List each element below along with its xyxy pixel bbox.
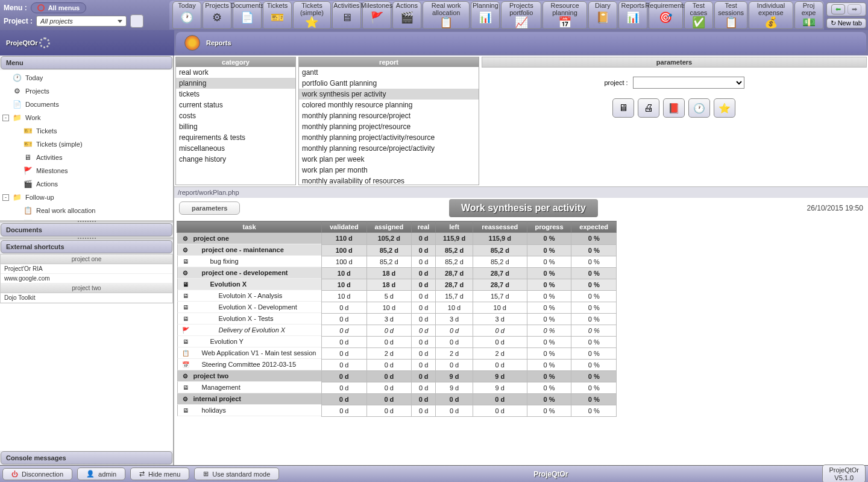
splitter[interactable]	[0, 237, 173, 239]
task-icon: 🚩	[181, 326, 190, 334]
tree-item[interactable]: 🎫Tickets	[0, 124, 173, 138]
tree-icon: 📄	[11, 100, 22, 109]
report-path: /report/workPlan.php	[174, 186, 868, 198]
toolbar-diary[interactable]: Diary📔	[588, 1, 617, 29]
standard-mode-button[interactable]: ⊞Use standard mode	[194, 468, 279, 480]
category-item[interactable]: planning	[176, 78, 295, 89]
toolbar-reports[interactable]: Reports📊	[618, 1, 647, 29]
category-item[interactable]: requirements & tests	[176, 132, 295, 143]
param-project-select[interactable]	[633, 77, 744, 89]
milestones-icon: 🚩	[368, 10, 385, 26]
category-item[interactable]: costs	[176, 110, 295, 121]
category-item[interactable]: current status	[176, 100, 295, 110]
toolbar-activities[interactable]: Activities🖥	[332, 1, 361, 29]
tree-item[interactable]: -📁Work	[0, 111, 173, 124]
footer-app-name: ProjeQtOr	[281, 470, 820, 478]
table-row: ⚙project one110 d105,2 d0 d115,9 d115,9 …	[177, 233, 617, 245]
proj-portfolio-icon: 📈	[513, 17, 530, 28]
new-tab-button[interactable]: ↻ New tab	[826, 18, 866, 28]
category-item[interactable]: billing	[176, 121, 295, 132]
category-item[interactable]: miscellaneous	[176, 143, 295, 154]
toolbar-planning[interactable]: Planning📊	[471, 1, 500, 29]
toolbar-tickets-simple[interactable]: Tickets (simple)⭐	[293, 1, 331, 29]
task-cell: 📋Web Application V1 - Main test session	[177, 347, 322, 359]
toolbar-test-sessions[interactable]: Test sessions📋	[714, 1, 747, 29]
menu-tree[interactable]: 🕐Today⚙Projects📄Documents-📁Work🎫Tickets🎫…	[0, 70, 173, 220]
toolbar-milestones[interactable]: Milestones🚩	[362, 1, 391, 29]
toolbar-today[interactable]: Today🕐	[172, 1, 201, 29]
tree-item[interactable]: -📁Follow-up	[0, 191, 173, 204]
sidebar: Menu 🕐Today⚙Projects📄Documents-📁Work🎫Tic…	[0, 55, 174, 465]
expand-icon[interactable]: -	[2, 194, 9, 201]
report-action-4[interactable]: ⭐	[714, 98, 735, 118]
toolbar-proj-exp[interactable]: Proj expe💵	[794, 1, 823, 29]
expand-icon[interactable]: -	[2, 115, 9, 121]
nav-back-button[interactable]: ⬅	[831, 4, 845, 14]
tree-item[interactable]: 🎫Tickets (simple)	[0, 138, 173, 151]
report-item[interactable]: monthly planning resource/project/activi…	[299, 143, 479, 154]
task-cell: 🖥holidays	[177, 405, 322, 416]
splitter[interactable]	[0, 220, 173, 223]
toolbar-documents[interactable]: Documents📄	[233, 1, 262, 29]
report-item[interactable]: colored monthly resource planning	[299, 100, 479, 110]
tree-icon: 🖥	[22, 153, 33, 162]
report-item[interactable]: portfolio Gantt planning	[299, 78, 479, 89]
task-icon: 🖥	[181, 291, 190, 300]
parameters-tab[interactable]: parameters	[179, 201, 240, 215]
tree-label: Tickets	[36, 127, 57, 135]
toolbar-requirements[interactable]: Requirements🎯	[649, 1, 683, 29]
tree-item[interactable]: 🚩Milestones	[0, 164, 173, 177]
shortcut-link[interactable]: Dojo Toolkit	[1, 293, 172, 303]
report-item[interactable]: work synthesis per activity	[299, 89, 479, 100]
toolbar-actions[interactable]: Actions🎬	[392, 1, 421, 29]
reports-icon	[184, 35, 200, 51]
shortcut-link[interactable]: Project'Or RIA	[1, 264, 172, 274]
menu-dropdown[interactable]: All menus	[31, 2, 87, 13]
disconnect-button[interactable]: ⏻Disconnection	[2, 468, 72, 480]
report-item[interactable]: work plan per week	[299, 154, 479, 165]
category-item[interactable]: tickets	[176, 89, 295, 100]
report-action-2[interactable]: 📕	[663, 98, 685, 118]
report-action-3[interactable]: 🕐	[688, 98, 710, 118]
category-item[interactable]: real work	[176, 67, 295, 78]
report-item[interactable]: monthly availability of resources	[299, 176, 479, 185]
tree-item[interactable]: ⚙Projects	[0, 84, 173, 98]
hide-menu-button[interactable]: ⇄Hide menu	[130, 468, 189, 480]
category-item[interactable]: change history	[176, 154, 295, 165]
edit-project-button[interactable]	[130, 14, 143, 28]
report-action-1[interactable]: 🖨	[638, 98, 659, 118]
toolbar-testcases[interactable]: Test cases✅	[684, 1, 713, 29]
project-dropdown[interactable]: All projects	[36, 16, 127, 27]
category-list[interactable]: real workplanningticketscurrent statusco…	[176, 67, 295, 185]
shortcut-link[interactable]: www.google.com	[1, 274, 172, 284]
toolbar-ind-expense[interactable]: Individual expense💰	[749, 1, 793, 29]
tree-item[interactable]: 📋Real work allocation	[0, 204, 173, 217]
planning-icon: 📊	[477, 10, 494, 26]
report-list[interactable]: ganttportfolio Gantt planningwork synthe…	[299, 67, 479, 185]
toolbar-proj-portfolio[interactable]: Projects portfolio📈	[501, 1, 541, 29]
report-item[interactable]: gantt	[299, 67, 479, 78]
tree-item[interactable]: 📄Documents	[0, 98, 173, 111]
task-cell: 🖥Evolution X	[177, 279, 322, 290]
user-button[interactable]: 👤admin	[77, 468, 125, 480]
toolbar-resource-plan[interactable]: Resource planning📅	[542, 1, 587, 29]
report-item[interactable]: work plan per month	[299, 165, 479, 176]
tree-label: Tickets (simple)	[36, 141, 83, 148]
tree-item[interactable]: 🖥Activities	[0, 151, 173, 164]
shortcuts-panel: project oneProject'Or RIAwww.google.comp…	[0, 254, 173, 303]
toolbar-projects[interactable]: Projects⚙	[203, 1, 231, 29]
report-action-0[interactable]: 🖥	[612, 98, 634, 118]
nav-forward-button[interactable]: ➡	[848, 4, 861, 14]
report-item[interactable]: monthly planning project/resource	[299, 121, 479, 132]
report-item[interactable]: monthly planning resource/project	[299, 110, 479, 121]
tree-item[interactable]: 🕐Today	[0, 71, 173, 84]
gear-icon	[39, 37, 50, 48]
toolbar-real-work[interactable]: Real work allocation📋	[423, 1, 470, 29]
page-header: Reports	[176, 32, 866, 54]
toolbar-tickets[interactable]: Tickets🎫	[263, 1, 292, 29]
tree-item[interactable]: 🎬Actions	[0, 177, 173, 191]
report-item[interactable]: monthly planning project/activity/resour…	[299, 132, 479, 143]
task-cell: ⚙project one - developement	[177, 267, 322, 279]
col-header: progress	[527, 221, 571, 233]
tree-item[interactable]: 📊Planning	[0, 217, 173, 220]
